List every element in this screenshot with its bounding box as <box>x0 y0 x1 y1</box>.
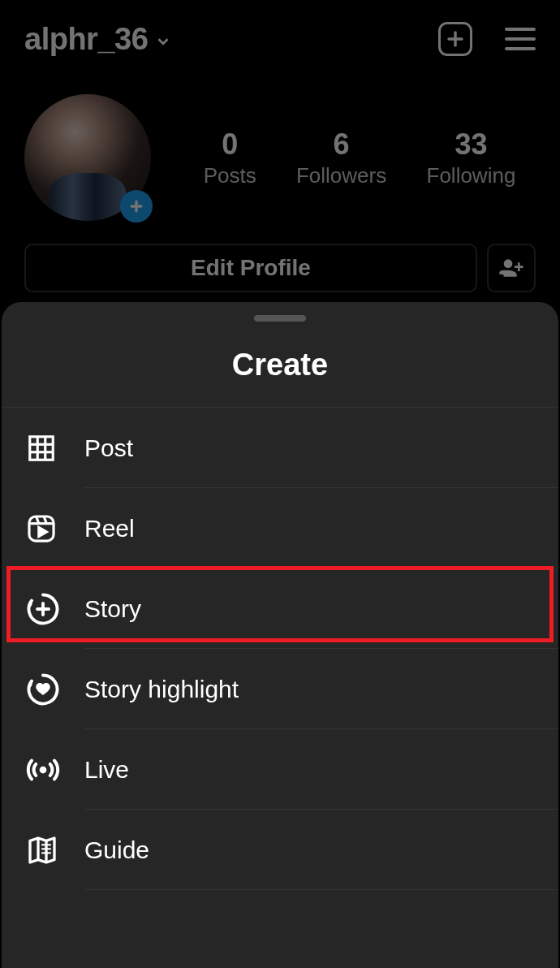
stat-following[interactable]: 33 Following <box>427 127 516 188</box>
stat-value: 0 <box>204 127 256 162</box>
sheet-grabber[interactable] <box>254 315 306 322</box>
guide-icon <box>26 834 84 866</box>
discover-people-button[interactable] <box>487 244 536 292</box>
menu-item-story[interactable]: Story <box>2 568 558 649</box>
chevron-down-icon <box>154 28 172 50</box>
story-icon <box>26 592 84 626</box>
edit-profile-label: Edit Profile <box>191 255 311 281</box>
menu-item-guide[interactable]: Guide <box>2 810 558 890</box>
menu-item-post[interactable]: Post <box>2 408 558 488</box>
menu-item-label: Story highlight <box>84 676 239 703</box>
menu-item-label: Reel <box>84 515 135 542</box>
highlight-icon <box>26 672 84 707</box>
edit-profile-button[interactable]: Edit Profile <box>24 244 477 292</box>
username-dropdown[interactable]: alphr_36 <box>24 22 172 57</box>
profile-header: alphr_36 <box>0 0 560 78</box>
stat-value: 33 <box>427 127 516 162</box>
stat-followers[interactable]: 6 Followers <box>296 127 386 188</box>
menu-item-label: Live <box>84 756 129 784</box>
stat-posts[interactable]: 0 Posts <box>204 127 256 188</box>
menu-item-label: Post <box>84 434 133 462</box>
live-icon <box>26 753 84 787</box>
sheet-title: Create <box>2 322 558 407</box>
create-sheet: Create Post Reel <box>2 302 558 968</box>
stat-label: Followers <box>296 163 386 188</box>
add-story-badge[interactable] <box>120 190 153 223</box>
menu-item-story-highlight[interactable]: Story highlight <box>2 649 558 729</box>
menu-item-reel[interactable]: Reel <box>2 488 558 568</box>
avatar[interactable] <box>24 94 151 221</box>
stat-value: 6 <box>296 127 386 162</box>
reel-icon <box>26 513 84 544</box>
menu-item-label: Guide <box>84 836 149 864</box>
menu-item-label: Story <box>84 595 141 623</box>
svg-point-16 <box>40 766 47 773</box>
svg-marker-13 <box>39 527 47 536</box>
svg-rect-4 <box>30 436 54 460</box>
grid-icon <box>26 433 84 464</box>
menu-button[interactable] <box>505 28 536 50</box>
create-button[interactable] <box>438 22 472 56</box>
username-text: alphr_36 <box>24 22 148 57</box>
menu-item-live[interactable]: Live <box>2 729 558 810</box>
profile-summary: 0 Posts 6 Followers 33 Following <box>0 78 560 244</box>
stat-label: Following <box>427 163 516 188</box>
stat-label: Posts <box>204 163 256 188</box>
